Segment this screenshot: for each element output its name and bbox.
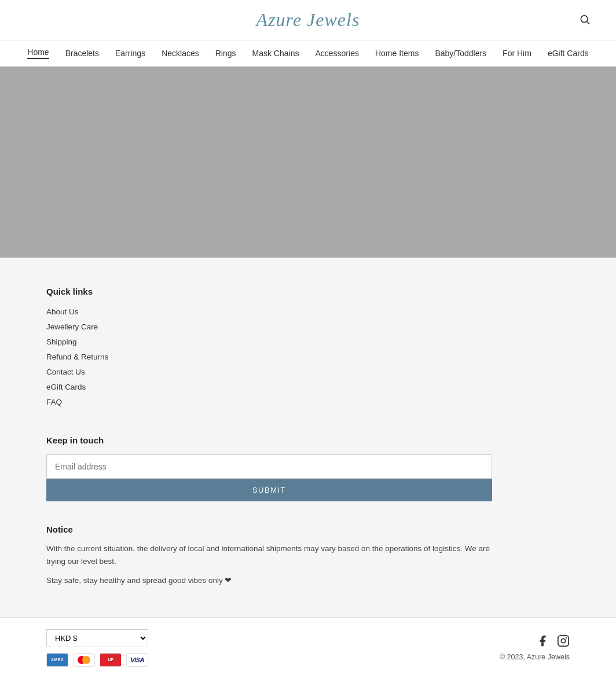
quick-link-jewellery-care[interactable]: Jewellery Care — [46, 322, 98, 331]
notice-text-2: Stay safe, stay healthy and spread good … — [46, 574, 498, 587]
quick-link-contact-us[interactable]: Contact Us — [46, 368, 85, 376]
quick-links-section: Quick links About Us Jewellery Care Ship… — [46, 287, 108, 412]
instagram-icon[interactable] — [557, 634, 570, 647]
list-item: About Us — [46, 307, 108, 316]
list-item: Contact Us — [46, 367, 108, 376]
email-input[interactable] — [46, 454, 492, 479]
nav-item-egift-cards[interactable]: eGift Cards — [548, 49, 589, 58]
facebook-svg — [536, 634, 549, 647]
nav-item-home-items[interactable]: Home Items — [375, 49, 419, 58]
list-item: Refund & Returns — [46, 352, 108, 361]
svg-line-1 — [587, 21, 590, 24]
search-button[interactable] — [577, 11, 593, 29]
nav-item-home[interactable]: Home — [27, 47, 49, 59]
nav-item-mask-chains[interactable]: Mask Chains — [252, 49, 299, 58]
facebook-icon[interactable] — [536, 634, 549, 647]
site-header: Azure Jewels — [0, 0, 616, 41]
footer-left: HKD $ USD $ AMEX UP VISA — [46, 629, 148, 667]
list-item: Jewellery Care — [46, 322, 108, 331]
quick-links-list: About Us Jewellery Care Shipping Refund … — [46, 307, 108, 406]
quick-links-heading: Quick links — [46, 287, 108, 296]
keep-in-touch-section: Keep in touch SUBMIT — [46, 435, 570, 501]
currency-selector[interactable]: HKD $ USD $ — [46, 629, 148, 647]
svg-point-4 — [566, 637, 567, 639]
social-icons — [536, 634, 570, 647]
unionpay-icon: UP — [100, 653, 122, 667]
visa-icon: VISA — [126, 653, 148, 667]
nav-item-rings[interactable]: Rings — [215, 49, 236, 58]
quick-link-egift-cards[interactable]: eGift Cards — [46, 383, 86, 391]
main-nav: Home Bracelets Earrings Necklaces Rings … — [0, 41, 616, 67]
footer-right: © 2023, Azure Jewels — [500, 634, 570, 661]
svg-rect-2 — [558, 636, 569, 646]
submit-button[interactable]: SUBMIT — [46, 479, 492, 501]
svg-point-3 — [561, 639, 565, 643]
quick-link-faq[interactable]: FAQ — [46, 398, 62, 406]
nav-item-for-him[interactable]: For Him — [503, 49, 531, 58]
amex-icon: AMEX — [46, 653, 68, 667]
svg-point-0 — [581, 15, 588, 22]
notice-heading: Notice — [46, 524, 570, 534]
nav-item-earrings[interactable]: Earrings — [115, 49, 145, 58]
notice-text-1: With the current situation, the delivery… — [46, 542, 498, 567]
notice-section: Notice With the current situation, the d… — [46, 524, 570, 587]
nav-item-necklaces[interactable]: Necklaces — [162, 49, 199, 58]
instagram-svg — [557, 634, 570, 647]
keep-in-touch-heading: Keep in touch — [46, 435, 570, 445]
quick-link-refund-returns[interactable]: Refund & Returns — [46, 353, 108, 361]
list-item: Shipping — [46, 337, 108, 346]
nav-item-baby-toddlers[interactable]: Baby/Toddlers — [435, 49, 486, 58]
nav-item-accessories[interactable]: Accessories — [315, 49, 358, 58]
site-logo[interactable]: Azure Jewels — [256, 9, 360, 31]
search-icon — [579, 13, 591, 25]
quick-link-shipping[interactable]: Shipping — [46, 338, 77, 346]
list-item: FAQ — [46, 397, 108, 406]
footer-main: Quick links About Us Jewellery Care Ship… — [0, 258, 616, 617]
payment-icons: AMEX UP VISA — [46, 653, 148, 667]
list-item: eGift Cards — [46, 382, 108, 391]
mastercard-icon — [73, 653, 95, 667]
footer-bottom: HKD $ USD $ AMEX UP VISA — [0, 617, 616, 678]
hero-banner — [0, 67, 616, 258]
copyright-text: © 2023, Azure Jewels — [500, 653, 570, 661]
nav-item-bracelets[interactable]: Bracelets — [65, 49, 99, 58]
quick-link-about-us[interactable]: About Us — [46, 307, 79, 316]
